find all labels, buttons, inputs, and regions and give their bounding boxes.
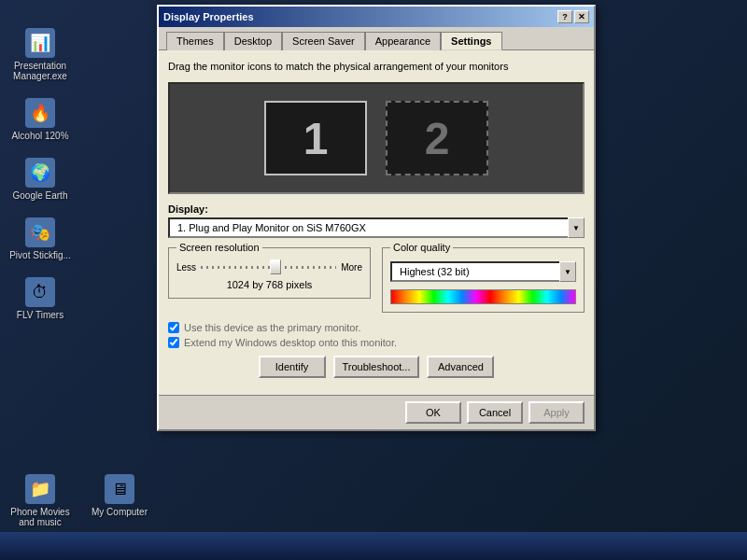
- desktop-icon-google-earth[interactable]: 🌍 Google Earth: [7, 158, 73, 201]
- color-quality-group: Color quality Highest (32 bit) ▼: [382, 247, 585, 313]
- taskbar: [0, 532, 747, 560]
- monitor-1[interactable]: 1: [264, 101, 367, 175]
- display-select-arrow[interactable]: ▼: [568, 217, 585, 238]
- extend-desktop-checkbox[interactable]: [168, 337, 179, 348]
- display-label: Display:: [168, 203, 585, 215]
- desktop-icon-label: Phone Movies and music: [7, 507, 73, 527]
- color-select-wrapper: Highest (32 bit) ▼: [390, 261, 576, 282]
- color-quality-select[interactable]: Highest (32 bit): [390, 261, 576, 282]
- tabs-bar: Themes Desktop Screen Saver Appearance S…: [159, 27, 594, 50]
- slider-line: [201, 266, 336, 269]
- desktop-icon-label: Presentation Manager.exe: [7, 61, 73, 81]
- less-label: Less: [176, 262, 196, 273]
- troubleshoot-button[interactable]: Troubleshoot...: [333, 356, 420, 378]
- color-quality-select-wrapper: Highest (32 bit) ▼: [390, 261, 576, 282]
- flv-icon: ⏱: [25, 277, 55, 307]
- presentation-icon: 📊: [25, 28, 55, 58]
- primary-monitor-checkbox[interactable]: [168, 322, 179, 333]
- resolution-slider-thumb[interactable]: [270, 259, 281, 274]
- color-quality-column: Color quality Highest (32 bit) ▼: [382, 247, 585, 313]
- more-label: More: [341, 262, 362, 273]
- desktop-icon-label: Alcohol 120%: [11, 131, 68, 141]
- cancel-button[interactable]: Cancel: [467, 401, 523, 424]
- display-properties-dialog: Display Properties ? ✕ Themes Desktop Sc…: [157, 5, 596, 431]
- display-select[interactable]: 1. Plug and Play Monitor on SiS M760GX: [168, 217, 585, 238]
- desktop-icon-alcohol[interactable]: 🔥 Alcohol 120%: [7, 98, 73, 141]
- phone-movies-icon: 📁: [25, 474, 55, 504]
- desktop-icon-pivot[interactable]: 🎭 Pivot Stickfig...: [7, 217, 73, 260]
- close-button[interactable]: ✕: [574, 10, 589, 23]
- display-select-wrapper: 1. Plug and Play Monitor on SiS M760GX ▼: [168, 217, 585, 238]
- alcohol-icon: 🔥: [25, 98, 55, 128]
- apply-button[interactable]: Apply: [529, 401, 585, 424]
- resolution-slider-track: [201, 259, 336, 274]
- tab-appearance[interactable]: Appearance: [365, 32, 441, 50]
- instruction-text: Drag the monitor icons to match the phys…: [168, 60, 585, 73]
- action-buttons-row: Identify Troubleshoot... Advanced: [168, 356, 585, 378]
- advanced-button[interactable]: Advanced: [427, 356, 494, 378]
- monitor-preview-area: 1 2: [168, 82, 585, 194]
- desktop-icon-label: My Computer: [92, 507, 148, 517]
- tab-screen-saver[interactable]: Screen Saver: [282, 32, 365, 50]
- desktop-icons-left: 📊 Presentation Manager.exe 🔥 Alcohol 120…: [7, 28, 73, 320]
- resolution-row: Less More: [176, 259, 362, 274]
- tab-desktop[interactable]: Desktop: [224, 32, 282, 50]
- tab-themes[interactable]: Themes: [166, 32, 224, 50]
- primary-monitor-checkbox-row: Use this device as the primary monitor.: [168, 322, 585, 333]
- pivot-icon: 🎭: [25, 217, 55, 247]
- title-bar-controls: ? ✕: [557, 10, 589, 23]
- primary-monitor-label: Use this device as the primary monitor.: [184, 322, 361, 333]
- color-quality-label: Color quality: [390, 242, 453, 253]
- desktop-icon-label: Google Earth: [13, 190, 68, 201]
- google-earth-icon: 🌍: [25, 158, 55, 188]
- color-bar: [390, 289, 576, 304]
- dialog-title: Display Properties: [163, 11, 254, 22]
- color-select-arrow[interactable]: ▼: [559, 261, 576, 282]
- desktop-icon-phone-movies[interactable]: 📁 Phone Movies and music: [7, 474, 73, 527]
- display-row: 1. Plug and Play Monitor on SiS M760GX ▼: [168, 217, 585, 238]
- bottom-buttons: OK Cancel Apply: [159, 395, 594, 429]
- monitor-2[interactable]: 2: [386, 101, 488, 175]
- desktop-icons-bottom: 📁 Phone Movies and music 🖥 My Computer: [7, 474, 152, 527]
- tab-settings[interactable]: Settings: [441, 32, 501, 50]
- extend-desktop-label: Extend my Windows desktop onto this moni…: [184, 337, 397, 348]
- resolution-group: Screen resolution Less More 1024 by 768 …: [168, 247, 371, 299]
- desktop-icon-my-computer[interactable]: 🖥 My Computer: [87, 474, 152, 527]
- desktop-icon-presentation[interactable]: 📊 Presentation Manager.exe: [7, 28, 73, 81]
- desktop-icon-label: FLV Timers: [17, 310, 63, 320]
- desktop-icon-label: Pivot Stickfig...: [9, 250, 71, 260]
- desktop: 📊 Presentation Manager.exe 🔥 Alcohol 120…: [0, 0, 747, 560]
- help-button[interactable]: ?: [557, 10, 572, 23]
- dialog-content: Drag the monitor icons to match the phys…: [159, 50, 594, 395]
- extend-desktop-checkbox-row: Extend my Windows desktop onto this moni…: [168, 337, 585, 348]
- two-columns: Screen resolution Less More 1024 by 768 …: [168, 247, 585, 313]
- identify-button[interactable]: Identify: [259, 356, 326, 378]
- resolution-column: Screen resolution Less More 1024 by 768 …: [168, 247, 371, 313]
- resolution-value: 1024 by 768 pixels: [176, 279, 362, 290]
- my-computer-icon: 🖥: [105, 474, 134, 504]
- title-bar: Display Properties ? ✕: [159, 7, 594, 27]
- desktop-icon-flv[interactable]: ⏱ FLV Timers: [7, 277, 73, 320]
- resolution-label: Screen resolution: [176, 242, 262, 253]
- ok-button[interactable]: OK: [405, 401, 461, 424]
